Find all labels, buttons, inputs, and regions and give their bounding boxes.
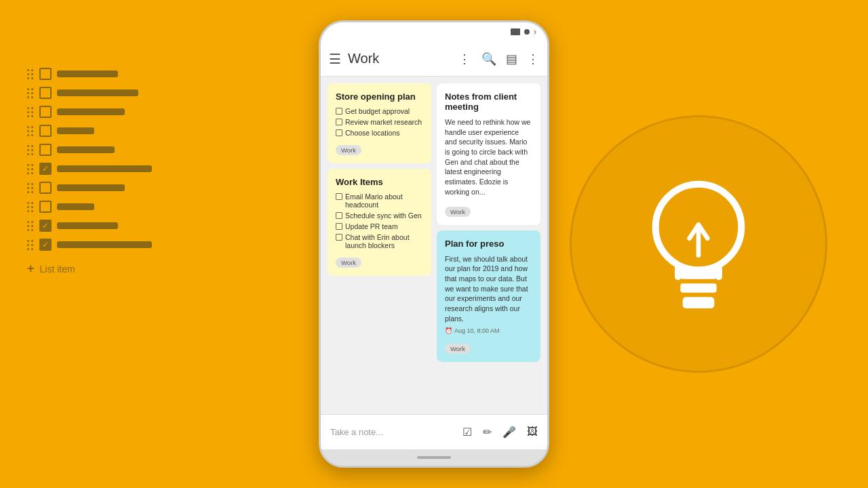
right-notes-column: Notes from client meeting We need to ret… bbox=[437, 83, 540, 407]
store-opening-plan-card[interactable]: Store opening plan Get budget approval R… bbox=[328, 83, 431, 163]
note1-item-2: Review market research bbox=[336, 118, 423, 126]
bar-3 bbox=[57, 108, 125, 115]
drag-handle[interactable] bbox=[27, 145, 34, 155]
mic-icon[interactable]: 🎤 bbox=[502, 426, 516, 439]
take-note-placeholder[interactable]: Take a note... bbox=[330, 427, 462, 437]
checkbox-2[interactable] bbox=[39, 87, 52, 99]
phone-frame: › ☰ Work ⋮ 🔍 ▤ ⋮ Store opening plan bbox=[319, 20, 549, 468]
checkbox-4[interactable] bbox=[39, 125, 52, 137]
drag-handle[interactable] bbox=[27, 221, 34, 231]
menu-icon[interactable]: ☰ bbox=[329, 51, 341, 67]
signal-dot bbox=[524, 29, 530, 35]
checkbox-7[interactable] bbox=[39, 182, 52, 194]
note1-checkbox-2[interactable] bbox=[336, 119, 342, 125]
bottom-icons: ☑ ✏ 🎤 🖼 bbox=[462, 426, 538, 439]
note1-title: Store opening plan bbox=[336, 92, 423, 102]
note4-timestamp: ⏰ Aug 10, 8:00 AM bbox=[445, 327, 532, 334]
drag-handle[interactable] bbox=[27, 107, 34, 117]
client-meeting-card[interactable]: Notes from client meeting We need to ret… bbox=[437, 83, 540, 225]
toolbar-more-icon[interactable]: ⋮ bbox=[458, 52, 471, 66]
phone-mockup: › ☰ Work ⋮ 🔍 ▤ ⋮ Store opening plan bbox=[319, 20, 549, 468]
phone-toolbar: ☰ Work ⋮ 🔍 ▤ ⋮ bbox=[321, 41, 547, 77]
note2-checkbox-1[interactable] bbox=[336, 193, 342, 200]
left-notes-column: Store opening plan Get budget approval R… bbox=[328, 83, 431, 407]
note3-text: We need to rethink how we handle user ex… bbox=[445, 117, 532, 197]
work-items-card[interactable]: Work Items Email Mario about headcount S… bbox=[328, 169, 431, 276]
battery-icon bbox=[511, 28, 520, 35]
note4-text: First, we should talk about our plan for… bbox=[445, 254, 532, 324]
home-indicator bbox=[321, 449, 547, 466]
bar-4 bbox=[57, 127, 94, 134]
list-row-6 bbox=[27, 163, 152, 175]
checkbox-10[interactable] bbox=[39, 239, 52, 251]
lightbulb-decoration bbox=[570, 115, 827, 373]
add-item-row[interactable]: + List item bbox=[27, 262, 152, 276]
checkbox-9[interactable] bbox=[39, 220, 52, 232]
checkbox-icon[interactable]: ☑ bbox=[462, 426, 472, 439]
layout-icon[interactable]: ▤ bbox=[506, 52, 517, 66]
note2-item-1: Email Mario about headcount bbox=[336, 192, 423, 209]
list-row-3 bbox=[27, 106, 152, 118]
checkbox-8[interactable] bbox=[39, 201, 52, 213]
home-bar bbox=[417, 456, 451, 459]
note4-label[interactable]: Work bbox=[445, 344, 471, 354]
timestamp-text: Aug 10, 8:00 AM bbox=[454, 327, 500, 334]
drag-handle[interactable] bbox=[27, 88, 34, 98]
drag-handle[interactable] bbox=[27, 202, 34, 212]
toolbar-title: Work bbox=[348, 51, 458, 66]
checkbox-6[interactable] bbox=[39, 163, 52, 175]
toolbar-icons: 🔍 ▤ ⋮ bbox=[481, 52, 539, 66]
note1-checkbox-1[interactable] bbox=[336, 108, 342, 115]
clock-icon: ⏰ bbox=[445, 327, 452, 334]
plan-preso-card[interactable]: Plan for preso First, we should talk abo… bbox=[437, 230, 540, 363]
note4-title: Plan for preso bbox=[445, 239, 532, 249]
bar-1 bbox=[57, 70, 118, 77]
status-bar: › bbox=[321, 22, 547, 41]
plus-icon: + bbox=[27, 262, 35, 276]
bar-6 bbox=[57, 165, 152, 172]
note2-item-2: Schedule sync with Gen bbox=[336, 211, 423, 220]
note2-checkbox-3[interactable] bbox=[336, 223, 342, 230]
drag-handle[interactable] bbox=[27, 183, 34, 193]
list-row-5 bbox=[27, 144, 152, 156]
draw-icon[interactable]: ✏ bbox=[483, 426, 492, 439]
bar-5 bbox=[57, 146, 115, 153]
note1-label[interactable]: Work bbox=[336, 145, 361, 155]
svg-rect-4 bbox=[680, 283, 716, 292]
bar-2 bbox=[57, 89, 138, 96]
search-icon[interactable]: 🔍 bbox=[481, 52, 496, 66]
checkbox-3[interactable] bbox=[39, 106, 52, 118]
phone-bottom-bar: Take a note... ☑ ✏ 🎤 🖼 bbox=[321, 414, 547, 449]
note2-checkbox-2[interactable] bbox=[336, 212, 342, 219]
bar-10 bbox=[57, 241, 152, 248]
add-item-label: List item bbox=[40, 264, 75, 274]
note1-checkbox-3[interactable] bbox=[336, 129, 342, 136]
note2-item-4: Chat with Erin about launch blockers bbox=[336, 233, 423, 249]
drag-handle[interactable] bbox=[27, 164, 34, 174]
drag-handle[interactable] bbox=[27, 240, 34, 250]
circle-background bbox=[570, 115, 827, 373]
bar-8 bbox=[57, 203, 94, 210]
image-icon[interactable]: 🖼 bbox=[527, 426, 538, 439]
checkbox-1[interactable] bbox=[39, 68, 52, 80]
overflow-icon[interactable]: ⋮ bbox=[527, 52, 539, 66]
checkbox-5[interactable] bbox=[39, 144, 52, 156]
list-row-4 bbox=[27, 125, 152, 137]
note2-title: Work Items bbox=[336, 177, 423, 187]
list-row-2 bbox=[27, 87, 152, 99]
list-row-7 bbox=[27, 182, 152, 194]
drag-handle[interactable] bbox=[27, 69, 34, 79]
drag-handle[interactable] bbox=[27, 126, 34, 136]
list-row-1 bbox=[27, 68, 152, 80]
bar-7 bbox=[57, 184, 125, 191]
note3-label[interactable]: Work bbox=[445, 207, 471, 217]
lightbulb-icon bbox=[631, 169, 766, 319]
list-row-10 bbox=[27, 239, 152, 251]
list-row-8 bbox=[27, 201, 152, 213]
note2-item-3: Update PR team bbox=[336, 222, 423, 230]
bar-9 bbox=[57, 222, 118, 229]
note2-checkbox-4[interactable] bbox=[336, 234, 342, 241]
note1-item-3: Choose locations bbox=[336, 129, 423, 137]
svg-rect-5 bbox=[683, 297, 715, 308]
note2-label[interactable]: Work bbox=[336, 258, 361, 268]
